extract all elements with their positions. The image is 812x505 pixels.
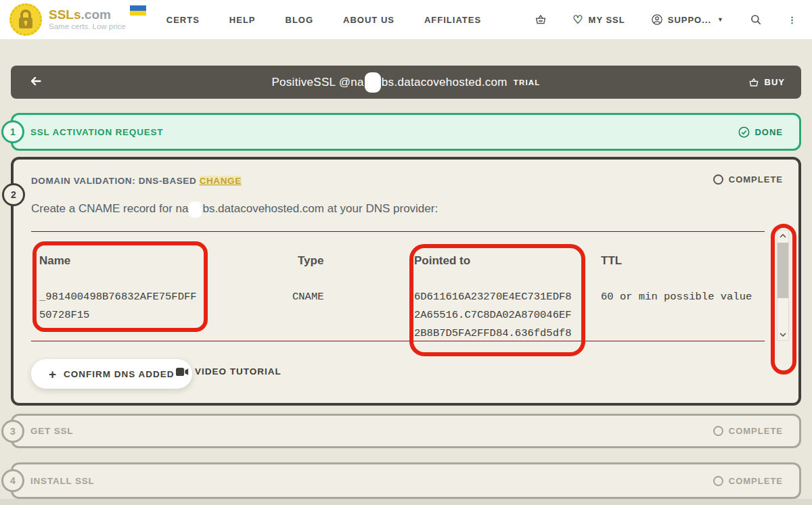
step-3-get-ssl: 3 GET SSL COMPLETE (11, 414, 801, 448)
redaction-blob-small (189, 201, 202, 218)
kebab-menu-icon[interactable]: ⋮ (788, 15, 797, 25)
nav-item-help[interactable]: HELP (229, 15, 256, 25)
step-3-status: COMPLETE (713, 426, 783, 436)
column-header-type: Type (298, 254, 323, 268)
back-arrow-icon[interactable] (28, 74, 43, 89)
step-2-status: COMPLETE (713, 174, 783, 185)
caret-down-icon: ▼ (717, 16, 724, 23)
check-circle-icon (738, 126, 750, 138)
buy-button[interactable]: BUY (748, 66, 785, 99)
nav-item-blog[interactable]: BLOG (286, 15, 314, 25)
dns-record-name-value[interactable]: _981400498B76832AFE75FDFF50728F15 (39, 288, 200, 324)
dns-record-ttl-value[interactable]: 60 or min possible value (601, 288, 752, 306)
logo-tld-text: .com (81, 7, 111, 22)
step-1-label: SSL ACTIVATION REQUEST (30, 127, 163, 137)
certificate-title-pre: PositiveSSL @na (271, 76, 363, 89)
step-3-badge: 3 (1, 420, 24, 443)
my-ssl-link[interactable]: ♡ MY SSL (572, 14, 625, 26)
scrollbar-track[interactable] (777, 241, 788, 329)
column-header-ttl: TTL (601, 254, 622, 268)
step-2-domain-validation: 2 DOMAIN VALIDATION: DNS-BASED CHANGE CO… (11, 157, 801, 406)
step-4-label: INSTALL SSL (30, 476, 95, 486)
certificate-title-bar: PositiveSSL @nabs.datacovehosted.com TRI… (11, 66, 801, 99)
instruction-post: bs.datacovehosted.com at your DNS provid… (202, 202, 438, 215)
scrollbar-thumb[interactable] (777, 243, 788, 298)
table-top-border (31, 231, 765, 232)
ukraine-flag-icon (130, 5, 146, 16)
step-2-title-text: DOMAIN VALIDATION: DNS-BASED (31, 176, 196, 186)
scrollbar-up-arrow-icon[interactable] (777, 231, 788, 241)
step-2-badge: 2 (2, 183, 25, 206)
step-2-title: DOMAIN VALIDATION: DNS-BASED CHANGE (31, 176, 242, 186)
person-icon (651, 14, 663, 26)
nav-right-group: ♡ MY SSL SUPPO... ▼ ⋮ (535, 14, 797, 26)
empty-circle-icon (713, 174, 723, 185)
dns-record-type-value[interactable]: CNAME (292, 288, 324, 306)
my-ssl-label: MY SSL (589, 15, 625, 25)
bottom-strip (0, 499, 812, 505)
step-4-status: COMPLETE (713, 476, 783, 486)
instruction-pre: Create a CNAME record for na (31, 202, 188, 215)
scrollbar-down-arrow-icon[interactable] (777, 329, 788, 340)
padlock-logo-icon (9, 3, 42, 36)
empty-circle-icon (713, 476, 723, 486)
site-logo[interactable]: SSLs.com Same certs. Low price (9, 3, 146, 36)
change-method-link[interactable]: CHANGE (200, 176, 242, 186)
trial-badge: TRIAL (514, 78, 541, 87)
confirm-dns-added-button[interactable]: + CONFIRM DNS ADDED (31, 359, 192, 389)
step-1-status-label: DONE (754, 127, 783, 137)
plus-icon: + (49, 368, 57, 381)
step-4-status-label: COMPLETE (729, 476, 783, 486)
nav-item-about-us[interactable]: ABOUT US (343, 15, 394, 25)
step-1-ssl-activation-request: 1 SSL ACTIVATION REQUEST DONE (11, 113, 801, 151)
video-tutorial-label: VIDEO TUTORIAL (195, 366, 281, 377)
top-navigation: SSLs.com Same certs. Low price CERTS HEL… (0, 0, 812, 39)
certificate-title: PositiveSSL @nabs.datacovehosted.com TRI… (271, 72, 540, 93)
confirm-dns-added-label: CONFIRM DNS ADDED (64, 369, 175, 379)
step-3-status-label: COMPLETE (729, 426, 783, 436)
nav-item-certs[interactable]: CERTS (166, 15, 200, 25)
table-bottom-border (31, 341, 765, 341)
column-header-name: Name (39, 254, 70, 268)
support-label: SUPPO... (668, 15, 711, 25)
logo-brand-text: SSLs (49, 7, 81, 22)
buy-label: BUY (765, 77, 785, 87)
video-camera-icon (176, 367, 189, 377)
step-3-label: GET SSL (30, 426, 73, 436)
basket-icon-small (748, 77, 759, 88)
dns-record-pointed-to-value[interactable]: 6D611616A23270E4EC731EDF82A65516.C7C8DA0… (414, 288, 575, 343)
empty-circle-icon (713, 426, 723, 436)
heart-icon: ♡ (572, 14, 583, 26)
certificate-title-post: bs.datacovehosted.com (382, 76, 508, 89)
step-4-install-ssl: 4 INSTALL SSL COMPLETE (11, 462, 801, 499)
search-icon[interactable] (750, 14, 762, 26)
video-tutorial-button[interactable]: VIDEO TUTORIAL (176, 366, 281, 377)
step-2-status-label: COMPLETE (729, 174, 783, 185)
table-scrollbar[interactable] (777, 230, 789, 341)
nav-item-affiliates[interactable]: AFFILIATES (424, 15, 481, 25)
redaction-blob (365, 72, 381, 93)
column-header-pointed-to: Pointed to (414, 254, 470, 268)
main-menu: CERTS HELP BLOG ABOUT US AFFILIATES (166, 15, 481, 25)
cname-instruction: Create a CNAME record for nabs.datacoveh… (31, 201, 438, 218)
step-4-badge: 4 (1, 469, 24, 492)
basket-icon[interactable] (535, 14, 547, 26)
support-menu[interactable]: SUPPO... ▼ (651, 14, 724, 26)
step-1-badge: 1 (1, 120, 24, 143)
page-content: PositiveSSL @nabs.datacovehosted.com TRI… (0, 66, 812, 499)
logo-tagline: Same certs. Low price (49, 22, 126, 31)
step-1-status: DONE (738, 126, 783, 138)
